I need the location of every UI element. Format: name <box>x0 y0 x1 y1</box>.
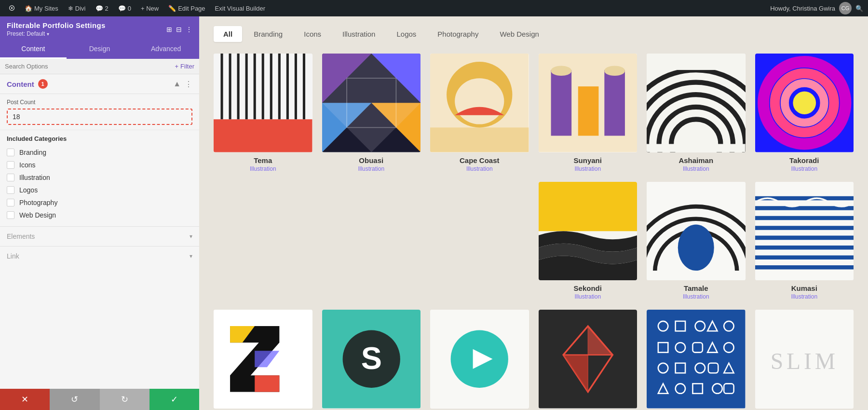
filter-plus-icon: + <box>175 63 179 70</box>
svg-rect-23 <box>430 127 529 152</box>
svg-rect-36 <box>647 54 746 70</box>
portfolio-item-ombrabranding[interactable]: ⋯ Ombra Branding Illustration <box>539 310 637 410</box>
portfolio-cat-tema: Illustration <box>250 165 276 172</box>
portfolio-item-sekondi[interactable]: Sekondi Illustration <box>539 182 637 301</box>
portfolio-item-accra[interactable]: Accra Illustration <box>214 310 312 410</box>
portfolio-thumb-tamale <box>647 182 746 281</box>
portfolio-cat-tamale: Illustration <box>683 293 709 300</box>
svg-rect-1 <box>214 119 312 152</box>
admin-bar-left: ☉ 🏠 My Sites ❄ Divi 💬 2 💬 0 + New ✏️ Edi… <box>5 0 269 16</box>
tab-content[interactable]: Content <box>0 40 67 59</box>
filter-button[interactable]: + Filter <box>175 63 194 70</box>
search-input[interactable] <box>5 63 171 70</box>
link-label: Link <box>7 252 190 260</box>
redo-icon: ↻ <box>121 394 128 405</box>
divi-item[interactable]: ❄ Divi <box>64 0 90 16</box>
portfolio-item-lineiconset[interactable]: Line Icon Set Illustration, Web <box>647 310 746 410</box>
cat-webdesign-label: Web Design <box>19 211 56 219</box>
filter-tab-branding[interactable]: Branding <box>244 26 292 42</box>
panel-header-icons: ⊞ ⊟ ⋮ <box>166 26 192 33</box>
svg-point-43 <box>793 91 816 114</box>
portfolio-item-capecoast[interactable]: Cape Coast Illustration <box>430 54 529 172</box>
collapse-icon[interactable]: ▲ <box>173 80 181 88</box>
grid-icon[interactable]: ⊟ <box>176 26 182 33</box>
portfolio-name-kumasi: Kumasi <box>791 284 817 292</box>
svg-rect-29 <box>604 66 625 76</box>
portfolio-item-obuasi[interactable]: Obuasi Illustration <box>322 54 421 172</box>
portfolio-item-ashaiman[interactable]: Ashaiman Illustration <box>647 54 746 172</box>
portfolio-thumb-accra <box>214 310 312 409</box>
section-more-icon[interactable]: ⋮ <box>185 80 192 89</box>
portfolio-name-takoradi: Takoradi <box>789 156 819 164</box>
svg-point-50 <box>678 224 714 270</box>
svg-point-22 <box>455 78 504 124</box>
portfolio-item-slimfont[interactable]: SLIM Slim Font Illustration, Web <box>755 310 854 410</box>
checkbox-webdesign[interactable] <box>7 211 14 219</box>
save-button[interactable]: ✓ <box>149 389 199 410</box>
svg-rect-52 <box>647 182 746 200</box>
checkbox-icons[interactable] <box>7 161 14 169</box>
search-filter-bar: + Filter <box>0 59 199 74</box>
comment-zero-item[interactable]: 💬 0 <box>114 0 135 16</box>
avatar[interactable]: CG <box>839 2 852 14</box>
filter-tab-photography[interactable]: Photography <box>428 26 488 42</box>
portfolio-item-airplay[interactable]: Airplay Illustration, Logos <box>430 310 529 410</box>
elements-section[interactable]: Elements ▾ <box>0 226 199 246</box>
portfolio-item-tema[interactable]: Tema Illustration <box>214 54 312 172</box>
left-panel: Filterable Portfolio Settings Preset: De… <box>0 16 199 410</box>
filter-tab-webdesign[interactable]: Web Design <box>490 26 548 42</box>
panel-header: Filterable Portfolio Settings Preset: De… <box>0 16 199 40</box>
portfolio-thumb-ashaiman <box>647 54 746 152</box>
portfolio-item-shadowinc[interactable]: S Shadow Inc. Illustration <box>322 310 421 410</box>
filter-tab-logos[interactable]: Logos <box>387 26 426 42</box>
checkbox-logos[interactable] <box>7 186 14 194</box>
tab-design[interactable]: Design <box>67 40 133 59</box>
portfolio-item-kumasi[interactable]: Kumasi Illustration <box>755 182 854 301</box>
portfolio-thumb-sekondi <box>539 182 637 281</box>
undo-icon: ↺ <box>71 394 78 405</box>
tab-advanced[interactable]: Advanced <box>133 40 199 59</box>
portfolio-item-sunyani[interactable]: Sunyani Illustration <box>539 54 637 172</box>
svg-rect-51 <box>647 271 746 280</box>
filter-tab-illustration[interactable]: Illustration <box>333 26 385 42</box>
filter-tab-all[interactable]: All <box>214 26 242 42</box>
portfolio-cat-ashaiman: Illustration <box>683 165 709 172</box>
svg-rect-45 <box>539 182 637 231</box>
link-section[interactable]: Link ▾ <box>0 246 199 266</box>
portfolio-thumb-slimfont: SLIM <box>755 310 854 409</box>
my-sites-item[interactable]: 🏠 My Sites <box>21 0 62 16</box>
categories-label: Included Categories <box>7 135 192 142</box>
svg-marker-65 <box>255 375 279 392</box>
checkbox-branding[interactable] <box>7 149 14 156</box>
checkbox-illustration[interactable] <box>7 174 14 181</box>
portfolio-item-tamale[interactable]: Tamale Illustration <box>647 182 746 301</box>
undo-button[interactable]: ↺ <box>50 389 99 410</box>
portfolio-cat-sekondi: Illustration <box>574 293 601 300</box>
filter-tab-icons[interactable]: Icons <box>294 26 331 42</box>
my-sites-icon: 🏠 <box>25 5 32 12</box>
settings-icon[interactable]: ⊞ <box>166 26 172 33</box>
cancel-button[interactable]: ✕ <box>0 389 50 410</box>
comment-zero-count: 0 <box>128 5 131 12</box>
portfolio-cat-capecoast: Illustration <box>466 165 493 172</box>
post-count-input[interactable] <box>13 113 187 121</box>
category-photography: Photography <box>7 196 192 209</box>
new-item[interactable]: + New <box>137 0 163 16</box>
divi-icon: ❄ <box>68 5 73 12</box>
exit-vb-item[interactable]: Exit Visual Builder <box>211 0 270 16</box>
content-section-header: Content 1 ▲ ⋮ <box>0 74 199 94</box>
categories-section: Included Categories Branding Icons Illus… <box>0 130 199 226</box>
checkbox-photography[interactable] <box>7 199 14 206</box>
more-icon[interactable]: ⋮ <box>186 26 192 33</box>
redo-button[interactable]: ↻ <box>100 389 149 410</box>
portfolio-name-ashaiman: Ashaiman <box>678 156 713 164</box>
content-section-title: Content 1 <box>7 79 48 89</box>
preset-chevron-icon[interactable]: ▾ <box>47 31 49 37</box>
edit-page-item[interactable]: ✏️ Edit Page <box>164 0 209 16</box>
portfolio-item-takoradi[interactable]: Takoradi Illustration <box>755 54 854 172</box>
wp-logo-item[interactable]: ☉ <box>5 0 19 16</box>
search-icon[interactable]: 🔍 <box>855 5 863 12</box>
comments-item[interactable]: 💬 2 <box>92 0 112 16</box>
cat-icons-label: Icons <box>19 161 35 169</box>
post-count-field-group: Post Count <box>0 94 199 130</box>
